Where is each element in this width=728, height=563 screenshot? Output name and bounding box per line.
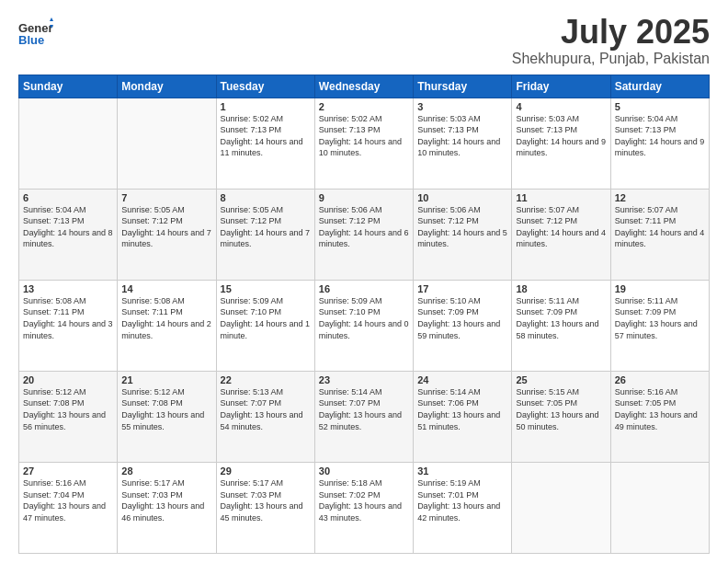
day-info: Sunrise: 5:14 AMSunset: 7:06 PMDaylight:… bbox=[417, 386, 507, 432]
day-info: Sunrise: 5:18 AMSunset: 7:02 PMDaylight:… bbox=[319, 477, 409, 523]
day-info: Sunrise: 5:03 AMSunset: 7:13 PMDaylight:… bbox=[417, 113, 507, 159]
calendar-cell: 11Sunrise: 5:07 AMSunset: 7:12 PMDayligh… bbox=[512, 189, 610, 280]
calendar-cell: 28Sunrise: 5:17 AMSunset: 7:03 PMDayligh… bbox=[118, 462, 216, 553]
calendar-cell: 29Sunrise: 5:17 AMSunset: 7:03 PMDayligh… bbox=[216, 462, 314, 553]
calendar-cell: 17Sunrise: 5:10 AMSunset: 7:09 PMDayligh… bbox=[414, 280, 512, 371]
calendar-cell: 12Sunrise: 5:07 AMSunset: 7:11 PMDayligh… bbox=[610, 189, 709, 280]
day-info: Sunrise: 5:03 AMSunset: 7:13 PMDaylight:… bbox=[516, 113, 606, 159]
calendar-cell: 19Sunrise: 5:11 AMSunset: 7:09 PMDayligh… bbox=[610, 280, 709, 371]
calendar-cell: 13Sunrise: 5:08 AMSunset: 7:11 PMDayligh… bbox=[19, 280, 118, 371]
logo-icon: General Blue bbox=[18, 14, 53, 49]
day-info: Sunrise: 5:06 AMSunset: 7:12 PMDaylight:… bbox=[417, 204, 507, 250]
day-info: Sunrise: 5:16 AMSunset: 7:04 PMDaylight:… bbox=[23, 477, 113, 523]
day-number: 5 bbox=[615, 101, 705, 112]
calendar-cell: 2Sunrise: 5:02 AMSunset: 7:13 PMDaylight… bbox=[314, 98, 413, 189]
calendar-cell: 26Sunrise: 5:16 AMSunset: 7:05 PMDayligh… bbox=[610, 371, 709, 462]
day-number: 16 bbox=[319, 283, 409, 294]
day-info: Sunrise: 5:13 AMSunset: 7:07 PMDaylight:… bbox=[221, 386, 311, 432]
subtitle: Shekhupura, Punjab, Pakistan bbox=[512, 51, 710, 67]
day-info: Sunrise: 5:12 AMSunset: 7:08 PMDaylight:… bbox=[121, 386, 211, 432]
svg-marker-2 bbox=[50, 17, 53, 21]
calendar-cell: 9Sunrise: 5:06 AMSunset: 7:12 PMDaylight… bbox=[314, 189, 413, 280]
day-info: Sunrise: 5:05 AMSunset: 7:12 PMDaylight:… bbox=[221, 204, 311, 250]
day-number: 20 bbox=[23, 374, 113, 385]
day-number: 8 bbox=[221, 192, 311, 203]
calendar-cell: 25Sunrise: 5:15 AMSunset: 7:05 PMDayligh… bbox=[512, 371, 610, 462]
day-info: Sunrise: 5:02 AMSunset: 7:13 PMDaylight:… bbox=[319, 113, 409, 159]
header: General Blue July 2025 Shekhupura, Punja… bbox=[18, 14, 710, 67]
day-info: Sunrise: 5:04 AMSunset: 7:13 PMDaylight:… bbox=[615, 113, 705, 159]
day-info: Sunrise: 5:15 AMSunset: 7:05 PMDaylight:… bbox=[516, 386, 606, 432]
day-header-saturday: Saturday bbox=[610, 75, 709, 98]
day-number: 26 bbox=[615, 374, 705, 385]
day-number: 23 bbox=[319, 374, 409, 385]
day-number: 17 bbox=[417, 283, 507, 294]
day-info: Sunrise: 5:08 AMSunset: 7:11 PMDaylight:… bbox=[23, 295, 113, 341]
calendar-week-3: 13Sunrise: 5:08 AMSunset: 7:11 PMDayligh… bbox=[19, 280, 710, 371]
calendar-week-1: 1Sunrise: 5:02 AMSunset: 7:13 PMDaylight… bbox=[19, 98, 710, 189]
day-header-monday: Monday bbox=[118, 75, 216, 98]
main-title: July 2025 bbox=[512, 14, 710, 51]
day-info: Sunrise: 5:09 AMSunset: 7:10 PMDaylight:… bbox=[221, 295, 311, 341]
day-number: 31 bbox=[417, 465, 507, 477]
day-number: 29 bbox=[221, 465, 311, 477]
calendar-cell: 23Sunrise: 5:14 AMSunset: 7:07 PMDayligh… bbox=[314, 371, 413, 462]
day-number: 3 bbox=[417, 101, 507, 112]
day-info: Sunrise: 5:12 AMSunset: 7:08 PMDaylight:… bbox=[23, 386, 113, 432]
calendar-cell bbox=[118, 98, 216, 189]
day-info: Sunrise: 5:19 AMSunset: 7:01 PMDaylight:… bbox=[417, 477, 507, 523]
day-header-friday: Friday bbox=[512, 75, 610, 98]
calendar-cell: 15Sunrise: 5:09 AMSunset: 7:10 PMDayligh… bbox=[216, 280, 314, 371]
day-number: 7 bbox=[121, 192, 211, 203]
day-info: Sunrise: 5:17 AMSunset: 7:03 PMDaylight:… bbox=[221, 477, 311, 523]
day-header-sunday: Sunday bbox=[19, 75, 118, 98]
calendar-cell bbox=[19, 98, 118, 189]
calendar-cell: 6Sunrise: 5:04 AMSunset: 7:13 PMDaylight… bbox=[19, 189, 118, 280]
calendar-cell: 3Sunrise: 5:03 AMSunset: 7:13 PMDaylight… bbox=[414, 98, 512, 189]
calendar-cell: 1Sunrise: 5:02 AMSunset: 7:13 PMDaylight… bbox=[216, 98, 314, 189]
day-number: 27 bbox=[23, 465, 113, 477]
day-info: Sunrise: 5:16 AMSunset: 7:05 PMDaylight:… bbox=[615, 386, 705, 432]
day-number: 2 bbox=[319, 101, 409, 112]
calendar-cell: 21Sunrise: 5:12 AMSunset: 7:08 PMDayligh… bbox=[118, 371, 216, 462]
day-info: Sunrise: 5:05 AMSunset: 7:12 PMDaylight:… bbox=[121, 204, 211, 250]
calendar-week-5: 27Sunrise: 5:16 AMSunset: 7:04 PMDayligh… bbox=[19, 462, 710, 553]
day-number: 18 bbox=[516, 283, 606, 294]
day-number: 6 bbox=[23, 192, 113, 203]
calendar-cell: 20Sunrise: 5:12 AMSunset: 7:08 PMDayligh… bbox=[19, 371, 118, 462]
day-number: 28 bbox=[121, 465, 211, 477]
calendar-cell bbox=[610, 462, 709, 553]
day-number: 1 bbox=[221, 101, 311, 112]
calendar-cell: 10Sunrise: 5:06 AMSunset: 7:12 PMDayligh… bbox=[414, 189, 512, 280]
logo: General Blue bbox=[18, 14, 53, 49]
day-number: 30 bbox=[319, 465, 409, 477]
calendar-cell: 31Sunrise: 5:19 AMSunset: 7:01 PMDayligh… bbox=[414, 462, 512, 553]
day-number: 10 bbox=[417, 192, 507, 203]
day-number: 14 bbox=[121, 283, 211, 294]
day-number: 15 bbox=[221, 283, 311, 294]
calendar-cell: 30Sunrise: 5:18 AMSunset: 7:02 PMDayligh… bbox=[314, 462, 413, 553]
day-number: 22 bbox=[221, 374, 311, 385]
day-info: Sunrise: 5:07 AMSunset: 7:12 PMDaylight:… bbox=[516, 204, 606, 250]
calendar-cell: 5Sunrise: 5:04 AMSunset: 7:13 PMDaylight… bbox=[610, 98, 709, 189]
day-header-thursday: Thursday bbox=[414, 75, 512, 98]
calendar-table: SundayMondayTuesdayWednesdayThursdayFrid… bbox=[18, 75, 710, 554]
calendar-cell: 27Sunrise: 5:16 AMSunset: 7:04 PMDayligh… bbox=[19, 462, 118, 553]
day-info: Sunrise: 5:10 AMSunset: 7:09 PMDaylight:… bbox=[417, 295, 507, 341]
calendar-cell: 4Sunrise: 5:03 AMSunset: 7:13 PMDaylight… bbox=[512, 98, 610, 189]
day-info: Sunrise: 5:04 AMSunset: 7:13 PMDaylight:… bbox=[23, 204, 113, 250]
page: General Blue July 2025 Shekhupura, Punja… bbox=[0, 0, 728, 563]
calendar-cell: 8Sunrise: 5:05 AMSunset: 7:12 PMDaylight… bbox=[216, 189, 314, 280]
calendar-cell: 7Sunrise: 5:05 AMSunset: 7:12 PMDaylight… bbox=[118, 189, 216, 280]
day-info: Sunrise: 5:11 AMSunset: 7:09 PMDaylight:… bbox=[615, 295, 705, 341]
day-info: Sunrise: 5:08 AMSunset: 7:11 PMDaylight:… bbox=[121, 295, 211, 341]
day-number: 9 bbox=[319, 192, 409, 203]
day-number: 24 bbox=[417, 374, 507, 385]
day-number: 19 bbox=[615, 283, 705, 294]
day-number: 25 bbox=[516, 374, 606, 385]
calendar-week-4: 20Sunrise: 5:12 AMSunset: 7:08 PMDayligh… bbox=[19, 371, 710, 462]
day-info: Sunrise: 5:07 AMSunset: 7:11 PMDaylight:… bbox=[615, 204, 705, 250]
day-number: 11 bbox=[516, 192, 606, 203]
day-info: Sunrise: 5:06 AMSunset: 7:12 PMDaylight:… bbox=[319, 204, 409, 250]
day-info: Sunrise: 5:09 AMSunset: 7:10 PMDaylight:… bbox=[319, 295, 409, 341]
